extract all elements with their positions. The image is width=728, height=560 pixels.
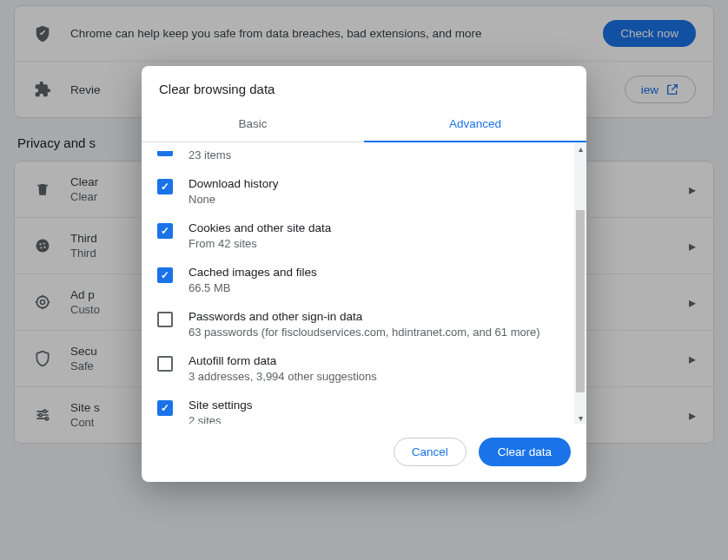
checkbox-download-history[interactable]: [157, 179, 173, 194]
opt-label: Passwords and other sign-in data: [189, 310, 540, 323]
opt-detail: 2 sites: [189, 414, 253, 424]
checkbox-cache[interactable]: [157, 267, 173, 283]
opt-detail: From 42 sites: [189, 237, 331, 250]
opt-detail: 23 items: [189, 148, 231, 161]
dialog-title: Clear browsing data: [142, 66, 586, 109]
clear-browsing-dialog: Clear browsing data Basic Advanced 23 it…: [142, 66, 586, 482]
opt-label: Autofill form data: [189, 354, 377, 367]
opt-detail: 66.5 MB: [189, 281, 317, 294]
opt-detail: 63 passwords (for fiscloudservices.com, …: [189, 326, 540, 339]
tab-basic[interactable]: Basic: [142, 109, 364, 142]
cancel-button[interactable]: Cancel: [394, 438, 467, 466]
checkbox-passwords[interactable]: [157, 312, 173, 327]
checkbox-site-settings[interactable]: [157, 400, 173, 416]
opt-detail: 3 addresses, 3,994 other suggestions: [189, 370, 377, 383]
opt-label: Download history: [189, 177, 279, 190]
modal-overlay: Clear browsing data Basic Advanced 23 it…: [0, 0, 728, 560]
checkbox-autofill[interactable]: [157, 356, 173, 372]
opt-label: Site settings: [189, 399, 253, 412]
opt-label: Cached images and files: [189, 266, 317, 279]
checkbox-cookies[interactable]: [157, 223, 173, 239]
opt-detail: None: [189, 193, 279, 206]
clear-data-button[interactable]: Clear data: [479, 438, 571, 466]
scroll-thumb[interactable]: [576, 210, 585, 392]
scroll-up-icon[interactable]: ▴: [574, 142, 586, 155]
scroll-down-icon[interactable]: ▾: [574, 412, 586, 424]
dialog-options-scroll: 23 items Download historyNone Cookies an…: [142, 142, 574, 424]
scrollbar[interactable]: ▴ ▾: [574, 142, 586, 424]
checkbox-browsing-history[interactable]: [157, 151, 173, 156]
tab-advanced[interactable]: Advanced: [364, 109, 586, 142]
opt-label: Cookies and other site data: [189, 221, 331, 234]
